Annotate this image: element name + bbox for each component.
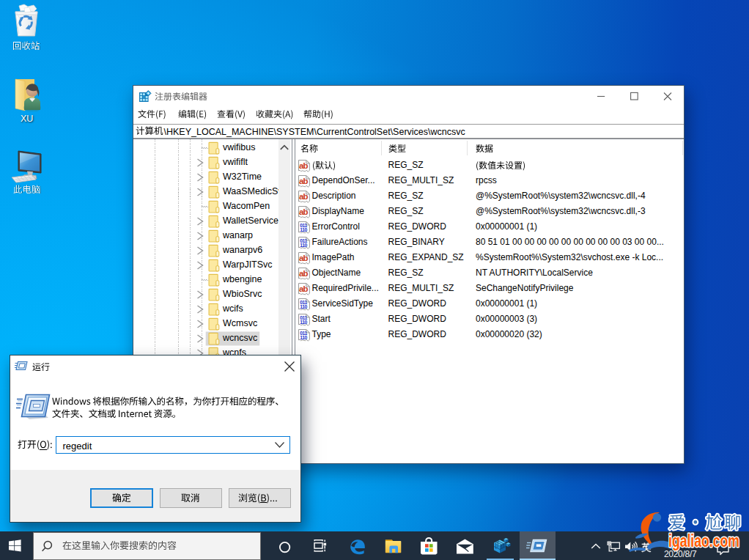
svg-text:igaliao.com: igaliao.com [668,531,739,550]
